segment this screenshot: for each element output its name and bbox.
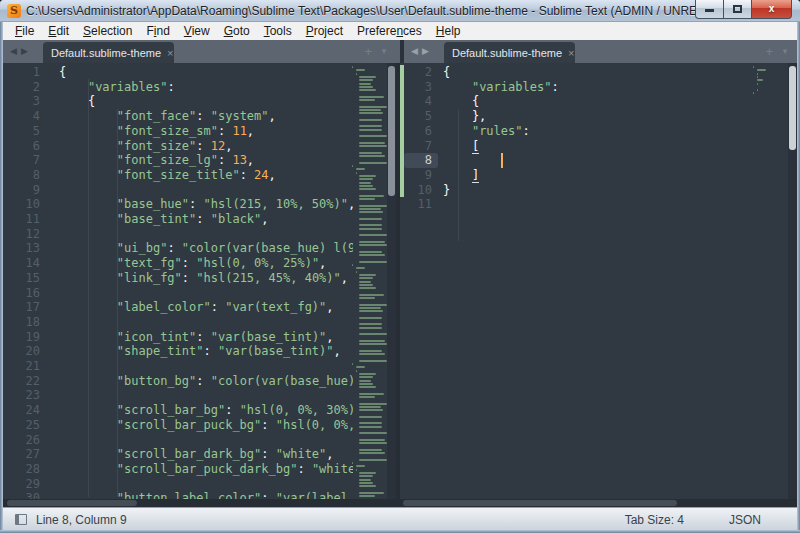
- scrollbar-thumb[interactable]: [403, 500, 677, 506]
- line-number: 8: [3, 168, 40, 183]
- menu-item-edit[interactable]: Edit: [41, 23, 76, 39]
- minimap-line: [359, 152, 382, 154]
- tab-size-status[interactable]: Tab Size: 4: [625, 513, 684, 527]
- code-view[interactable]: { "variables": { "font_face": "system", …: [59, 65, 353, 507]
- minimap-line: [359, 155, 385, 157]
- tab-controls-right[interactable]: +▼: [765, 44, 789, 59]
- line-number: 6: [3, 139, 40, 154]
- line-number: 20: [3, 344, 40, 359]
- minimap-line: [359, 254, 385, 256]
- minimap-line: [359, 297, 375, 299]
- minimap[interactable]: [752, 64, 788, 504]
- tab-overflow-icon[interactable]: ▼: [380, 47, 388, 56]
- tab-overflow-icon[interactable]: ▼: [781, 47, 789, 56]
- code-view[interactable]: { "variables": { }, "rules": [ ]}: [443, 65, 743, 507]
- syntax-status[interactable]: JSON: [729, 513, 761, 527]
- minimize-button[interactable]: [695, 0, 724, 19]
- tab-prev-icon[interactable]: ◀: [10, 46, 21, 56]
- tab-next-icon[interactable]: ▶: [422, 46, 433, 56]
- code-line: {: [443, 65, 450, 80]
- minimap-line: [359, 422, 382, 424]
- tab-close-icon[interactable]: ×: [562, 47, 574, 59]
- minimap-line: [757, 76, 759, 78]
- line-number: 3: [402, 80, 432, 95]
- menu-item-preferences[interactable]: Preferences: [350, 23, 429, 39]
- code-line: ]: [443, 168, 479, 183]
- tab-label: Default.sublime-theme: [452, 47, 562, 59]
- minimap-line: [359, 307, 381, 309]
- code-line: "ui_bg": "color(var(base_hue) l(93%)): [59, 241, 353, 256]
- scrollbar-puck[interactable]: [789, 66, 796, 150]
- vertical-scrollbar[interactable]: [788, 63, 797, 499]
- minimap-line: [359, 86, 373, 88]
- code-line: "font_face": "system",: [59, 109, 276, 124]
- minimap-line: [359, 406, 381, 408]
- tab-scroll-arrows[interactable]: ◀▶: [411, 46, 433, 56]
- line-number: 23: [3, 388, 40, 403]
- minimap-line: [359, 198, 375, 200]
- maximize-button[interactable]: [724, 0, 751, 19]
- new-tab-icon[interactable]: +: [765, 44, 773, 59]
- line-number: 10: [402, 183, 432, 198]
- minimap-line: [359, 175, 376, 177]
- minimap-line: [356, 469, 357, 471]
- minimap-line: [359, 106, 387, 108]
- scrollbar-puck[interactable]: [388, 66, 395, 196]
- code-line: "icon_tint": "var(base_tint)",: [59, 330, 334, 345]
- minimap-line: [359, 224, 382, 226]
- scrollbar-thumb[interactable]: [7, 500, 137, 506]
- menu-item-project[interactable]: Project: [299, 23, 350, 39]
- editor-pane-left[interactable]: 1234567891011121314151617181920212223242…: [3, 63, 396, 507]
- minimap-line: [359, 485, 376, 487]
- window-title: C:\Users\Administrator\AppData\Roaming\S…: [26, 4, 762, 18]
- code-line: "base_tint": "black",: [59, 212, 269, 227]
- minimap-line: [359, 211, 383, 213]
- minimap-line: [359, 479, 371, 481]
- minimap-line: [359, 482, 373, 484]
- minimap-line: [359, 310, 383, 312]
- horizontal-scrollbar[interactable]: [400, 499, 797, 507]
- vertical-scrollbar[interactable]: [387, 63, 396, 499]
- minimap-line: [359, 76, 376, 78]
- minimap-line: [359, 442, 387, 444]
- minimap-line: [359, 188, 376, 190]
- tab-close-icon[interactable]: ×: [161, 47, 173, 59]
- editor-pane-right[interactable]: 234567891011 { "variables": { }, "rules"…: [400, 63, 797, 507]
- minimap-line: [359, 439, 385, 441]
- window-border-left: [0, 20, 3, 533]
- minimap-line: [359, 495, 375, 497]
- title-bar[interactable]: S C:\Users\Administrator\AppData\Roaming…: [0, 0, 800, 22]
- tab-controls-left[interactable]: +▼: [364, 44, 388, 59]
- line-number: 17: [3, 300, 40, 315]
- line-number: 29: [3, 477, 40, 492]
- minimap[interactable]: [351, 64, 387, 504]
- menu-item-find[interactable]: Find: [139, 23, 176, 39]
- panel-toggle-icon[interactable]: [15, 514, 27, 525]
- menu-item-help[interactable]: Help: [429, 23, 468, 39]
- close-window-button[interactable]: x: [751, 0, 792, 19]
- menu-item-goto[interactable]: Goto: [217, 23, 257, 39]
- horizontal-scrollbar[interactable]: [3, 499, 396, 507]
- tab-next-icon[interactable]: ▶: [21, 46, 32, 56]
- line-number: 25: [3, 418, 40, 433]
- menu-item-view[interactable]: View: [177, 23, 217, 39]
- minimap-line: [359, 323, 382, 325]
- code-line: "scroll_bar_bg": "hsl(0, 0%, 30%)",: [59, 403, 353, 418]
- minimap-line: [359, 376, 373, 378]
- code-line: },: [443, 109, 486, 124]
- menu-item-selection[interactable]: Selection: [76, 23, 139, 39]
- line-number: 16: [3, 286, 40, 301]
- tab-default-sublime-theme-right[interactable]: Default.sublime-theme ×: [444, 42, 575, 63]
- tab-prev-icon[interactable]: ◀: [411, 46, 422, 56]
- tab-default-sublime-theme-left[interactable]: Default.sublime-theme ×: [43, 42, 174, 63]
- minimap-line: [356, 168, 365, 170]
- minimap-line: [359, 96, 384, 98]
- minimap-line: [359, 350, 382, 352]
- minimap-line: [359, 125, 382, 127]
- minimap-line: [359, 432, 387, 434]
- new-tab-icon[interactable]: +: [364, 44, 372, 59]
- tab-scroll-arrows[interactable]: ◀▶: [10, 46, 32, 56]
- minimap-line: [359, 195, 384, 197]
- menu-item-tools[interactable]: Tools: [257, 23, 299, 39]
- menu-item-file[interactable]: File: [8, 23, 41, 39]
